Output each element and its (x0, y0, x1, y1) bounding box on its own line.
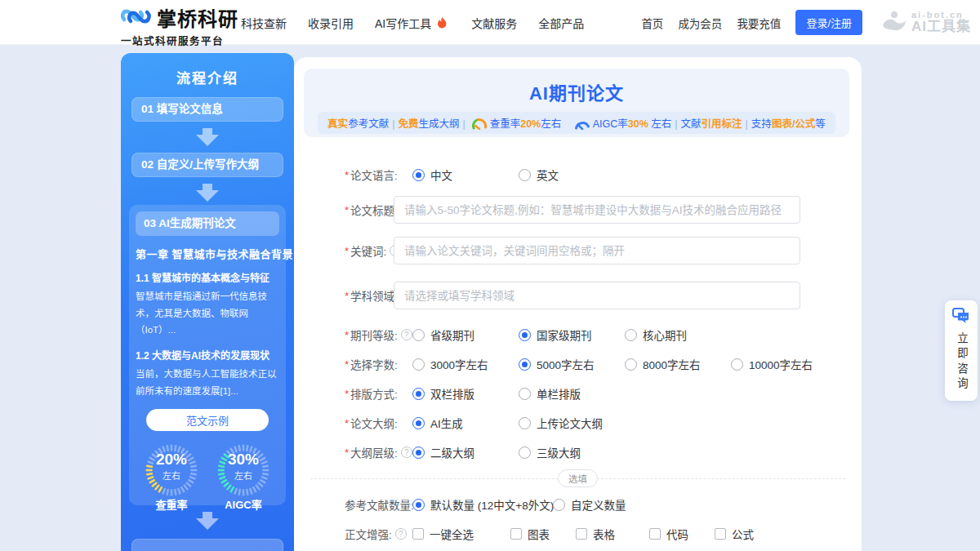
radio-checked-control[interactable] (519, 329, 531, 341)
site-logo[interactable]: 掌桥科研 一站式科研服务平台 (119, 3, 238, 48)
gauge-percent: 20% (145, 451, 198, 469)
word-count-option-10000字左右[interactable]: 10000字左右 (731, 356, 841, 372)
step-3-panel: 03 AI生成期刊论文 第一章 智慧城市与技术融合背景 1.1 智慧城市的基本概… (129, 205, 286, 505)
journal-level-option-省级期刊[interactable]: 省级期刊 (412, 327, 519, 343)
nav-item-AI写作工具[interactable]: AI写作工具 (375, 15, 450, 31)
radio-checked-control[interactable] (412, 388, 425, 400)
radio-checked-control[interactable] (412, 447, 425, 459)
option-label: 上传论文大纲 (537, 415, 603, 431)
preview-section-heading: 1.1 智慧城市的基本概念与特征 (136, 270, 279, 284)
outline-source-option-AI生成[interactable]: AI生成 (412, 415, 519, 431)
radio-control[interactable] (519, 417, 531, 429)
field-label-reference-count: 参考文献数量: (345, 496, 412, 513)
checkbox-control[interactable] (576, 528, 587, 540)
outline-depth-option-二级大纲[interactable]: 二级大纲 (412, 444, 519, 460)
field-label-paper-language: 论文语言: (345, 167, 412, 183)
radio-control[interactable] (625, 329, 637, 341)
field-label-word-count: 选择字数: (345, 356, 412, 372)
word-count-option-5000字左右[interactable]: 5000字左右 (519, 356, 625, 372)
nav-item-全部产品[interactable]: 全部产品 (538, 15, 584, 31)
field-label-text: 论文标题: (350, 202, 398, 218)
step-1-card: 01 填写论文信息 (131, 97, 283, 122)
gauge-value: 30%左右 (217, 451, 270, 482)
nav-item-文献服务[interactable]: 文献服务 (471, 15, 517, 31)
radio-control[interactable] (519, 388, 531, 400)
content-enhance-option-表格[interactable]: 表格 (576, 526, 649, 542)
outline-source-option-上传论文大纲[interactable]: 上传论文大纲 (519, 415, 625, 431)
badge-separator: | (392, 118, 394, 130)
gauge-查重率: 20%左右查重率 (142, 444, 201, 512)
paper-form: 论文语言:中文英文论文标题:关键词:?学科领域:期刊等级:?省级期刊国家级期刊核… (294, 160, 862, 549)
layout-style-option-单栏排版[interactable]: 单栏排版 (519, 385, 625, 402)
feature-badge-bar: 真实参考文献|免费生成大纲|查重率20%左右 AIGC率30% 左右|文献引用标… (318, 112, 835, 134)
login-register-button[interactable]: 登录/注册 (795, 10, 862, 35)
preview-chapter-title: 第一章 智慧城市与技术融合背景 (136, 246, 279, 261)
content-enhance-option-代码[interactable]: 代码 (649, 526, 715, 542)
option-label: 中文 (430, 167, 452, 183)
gauge-blue-icon (572, 118, 593, 130)
field-label-layout-style: 排版方式: (345, 385, 412, 402)
help-icon[interactable]: ? (401, 447, 412, 458)
form-row-outline-source: 论文大纲:AI生成上传论文大纲 (294, 408, 862, 438)
radio-control[interactable] (625, 358, 637, 371)
badge-text: 免费 (398, 118, 418, 130)
field-label-journal-level: 期刊等级:? (345, 327, 412, 343)
help-icon[interactable]: ? (395, 528, 407, 540)
radio-checked-control[interactable] (412, 169, 425, 181)
paper-title-input[interactable] (394, 196, 800, 224)
header-link-我要充值[interactable]: 我要充值 (737, 15, 781, 31)
layout-style-option-双栏排版[interactable]: 双栏排版 (412, 385, 519, 402)
option-label: AI生成 (430, 415, 463, 431)
word-count-option-8000字左右[interactable]: 8000字左右 (625, 356, 731, 372)
header-link-成为会员[interactable]: 成为会员 (678, 15, 722, 31)
gauge-ring: 30%左右 (217, 444, 270, 493)
checkbox-control[interactable] (649, 528, 661, 540)
radio-control[interactable] (553, 499, 565, 511)
consult-widget[interactable]: 立即咨询 (945, 300, 978, 401)
radio-checked-control[interactable] (412, 417, 425, 429)
badge-text: 图表/公式 (772, 118, 815, 130)
badge-text: 真实 (327, 118, 348, 130)
option-label: 单栏排版 (537, 385, 581, 402)
radio-control[interactable] (731, 358, 743, 371)
reference-count-option-默认数量 (12中文+8外文)[interactable]: 默认数量 (12中文+8外文) (412, 496, 553, 513)
option-label: 默认数量 (12中文+8外文) (430, 496, 554, 513)
subject-area-input[interactable] (394, 282, 800, 309)
paper-form-card: AI期刊论文 真实参考文献|免费生成大纲|查重率20%左右 AIGC率30% 左… (294, 57, 862, 551)
sample-paper-button[interactable]: 范文示例 (146, 409, 269, 431)
option-label: 三级大纲 (537, 444, 581, 460)
checkbox-control[interactable] (715, 528, 726, 540)
nav-item-收录引用[interactable]: 收录引用 (308, 15, 354, 31)
paper-language-option-中文[interactable]: 中文 (412, 167, 519, 183)
content-enhance-option-公式[interactable]: 公式 (715, 526, 780, 542)
header-link-首页[interactable]: 首页 (641, 15, 663, 31)
nav-item-科技查新[interactable]: 科技查新 (241, 15, 287, 31)
checkbox-control[interactable] (412, 528, 424, 540)
option-label: 5000字左右 (537, 356, 595, 372)
radio-control[interactable] (412, 358, 425, 371)
content-enhance-option-一键全选[interactable]: 一键全选 (412, 526, 510, 542)
radio-control[interactable] (519, 447, 531, 459)
option-label: 自定义数量 (571, 496, 626, 513)
field-label-outline-depth: 大纲层级:? (345, 444, 412, 460)
help-icon[interactable]: ? (401, 329, 412, 340)
radio-checked-control[interactable] (412, 499, 425, 511)
radio-checked-control[interactable] (519, 358, 531, 371)
gauge-AIGC率: 30%左右AIGC率 (214, 444, 273, 512)
checkbox-control[interactable] (510, 528, 522, 540)
journal-level-option-核心期刊[interactable]: 核心期刊 (625, 327, 731, 343)
reference-count-option-自定义数量[interactable]: 自定义数量 (553, 496, 659, 513)
journal-level-option-国家级期刊[interactable]: 国家级期刊 (519, 327, 625, 343)
content-enhance-option-图表[interactable]: 图表 (510, 526, 576, 542)
keywords-input[interactable] (394, 237, 800, 264)
badge-text: 左右 (648, 118, 671, 130)
field-label-content-enhance: 正文增强:? (345, 526, 412, 542)
radio-control[interactable] (519, 169, 531, 181)
option-label: 图表 (528, 526, 550, 542)
word-count-option-3000字左右[interactable]: 3000字左右 (412, 356, 519, 372)
outline-depth-option-三级大纲[interactable]: 三级大纲 (519, 444, 625, 460)
gauge-percent: 30% (217, 451, 270, 469)
paper-language-option-英文[interactable]: 英文 (519, 167, 625, 183)
radio-control[interactable] (412, 329, 425, 341)
nav-item-label: 文献服务 (471, 15, 517, 31)
